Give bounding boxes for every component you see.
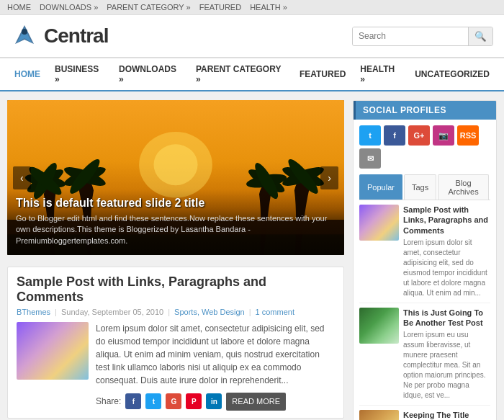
nav-business[interactable]: BUSINESS » — [48, 58, 112, 90]
sp-info-2: This is Just Going To Be Another Test Po… — [403, 308, 490, 401]
sidebar-tabs: Popular Tags Blog Archives — [359, 174, 490, 200]
search-button[interactable]: 🔍 — [468, 27, 492, 45]
logo-icon — [11, 22, 38, 50]
main-nav: HOME BUSINESS » DOWNLOADS » PARENT CATEG… — [0, 58, 504, 91]
slider-description: Go to Blogger edit html and find these s… — [16, 213, 336, 246]
popular-posts: Sample Post with Links, Paragraphs and C… — [359, 200, 490, 420]
social-rss[interactable]: RSS — [457, 125, 479, 146]
social-twitter[interactable]: t — [359, 125, 381, 146]
post-1-comments[interactable]: 1 comment — [256, 308, 294, 316]
social-facebook[interactable]: f — [384, 125, 405, 146]
slider-next-button[interactable]: › — [320, 166, 338, 189]
main-column: This is default featured slide 2 title G… — [7, 100, 344, 420]
post-1-thumbnail — [17, 322, 89, 380]
sp-thumb-1 — [359, 205, 399, 241]
post-1-author[interactable]: BThemes — [17, 308, 50, 316]
social-profiles-section: SOCIAL PROFILES t f G+ 📷 RSS ✉ Popular T… — [353, 100, 497, 420]
featured-slider: This is default featured slide 2 title G… — [7, 100, 344, 255]
topbar-downloads[interactable]: DOWNLOADS » — [40, 3, 98, 12]
nav-downloads[interactable]: DOWNLOADS » — [112, 58, 189, 90]
post-1-tags[interactable]: Sports, Web Design — [174, 308, 245, 316]
nav-uncategorized[interactable]: UNCATEGORIZED — [408, 63, 497, 85]
post-1-title[interactable]: Sample Post with Links, Paragraphs and C… — [17, 274, 335, 305]
sp-text-1: Lorem ipsum dolor sit amet, consectetur … — [403, 238, 490, 298]
topbar-home[interactable]: HOME — [7, 3, 31, 12]
post-1-content: Sample Post with Links, Paragraphs and C… — [8, 267, 343, 418]
post-1-thumb-img — [17, 322, 89, 380]
share-label: Share: — [96, 395, 121, 408]
sp-thumb-2 — [359, 308, 399, 344]
svg-point-5 — [153, 144, 197, 185]
topbar-featured[interactable]: FEATURED — [199, 3, 241, 12]
nav-parentcat[interactable]: PARENT CATEGORY » — [189, 58, 292, 90]
sp-title-1[interactable]: Sample Post with Links, Paragraphs and C… — [403, 205, 490, 236]
social-googleplus[interactable]: G+ — [408, 125, 430, 146]
post-1-share: Share: f t G P in READ MORE — [96, 393, 335, 411]
content-wrap: This is default featured slide 2 title G… — [0, 91, 504, 420]
sp-info-3: Keeping The Title Length Equal For Home … — [403, 410, 490, 420]
sidebar-post-3: Keeping The Title Length Equal For Home … — [359, 406, 490, 420]
sp-info-1: Sample Post with Links, Paragraphs and C… — [403, 205, 490, 298]
post-1-excerpt: Lorem ipsum dolor sit amet, consectetur … — [96, 322, 335, 411]
search-input[interactable] — [353, 27, 468, 45]
svg-point-2 — [22, 29, 27, 35]
social-instagram[interactable]: 📷 — [433, 125, 454, 146]
nav-featured[interactable]: FEATURED — [292, 63, 353, 85]
topbar-health[interactable]: HEALTH » — [250, 3, 287, 12]
post-1: Sample Post with Links, Paragraphs and C… — [7, 267, 344, 419]
slider-prev-button[interactable]: ‹ — [13, 166, 31, 189]
read-more-button[interactable]: READ MORE — [226, 393, 286, 411]
sidebar-post-1: Sample Post with Links, Paragraphs and C… — [359, 200, 490, 303]
slider-title: This is default featured slide 2 title — [16, 197, 336, 210]
sp-thumb-img-2 — [359, 308, 399, 344]
sidebar-post-2: This is Just Going To Be Another Test Po… — [359, 303, 490, 406]
nav-home[interactable]: HOME — [7, 63, 48, 85]
share-linkedin[interactable]: in — [206, 393, 222, 409]
share-twitter[interactable]: t — [145, 393, 161, 409]
logo-area: Central — [11, 22, 108, 50]
post-1-date: Sunday, September 05, 2010 — [61, 308, 163, 316]
share-facebook[interactable]: f — [125, 393, 141, 409]
logo-text: Central — [44, 24, 108, 48]
share-googleplus[interactable]: G — [166, 393, 181, 409]
social-email[interactable]: ✉ — [359, 148, 381, 169]
post-1-body: Lorem ipsum dolor sit amet, consectetur … — [17, 322, 335, 411]
sp-thumb-img-1 — [359, 205, 399, 241]
top-bar: HOME DOWNLOADS » PARENT CATEGORY » FEATU… — [0, 0, 504, 15]
share-pinterest[interactable]: P — [186, 393, 202, 409]
tab-archives[interactable]: Blog Archives — [438, 174, 489, 200]
sidebar: SOCIAL PROFILES t f G+ 📷 RSS ✉ Popular T… — [353, 100, 497, 420]
sp-title-3[interactable]: Keeping The Title Length Equal For Home — [403, 410, 490, 420]
sp-text-2: Lorem ipsum eu usu assum liberavisse, ut… — [403, 330, 490, 401]
search-box: 🔍 — [352, 27, 493, 46]
tab-popular[interactable]: Popular — [359, 174, 402, 200]
sp-thumb-img-3 — [359, 410, 399, 420]
social-profiles-header: SOCIAL PROFILES — [354, 101, 496, 120]
post-1-meta: BThemes | Sunday, September 05, 2010 | S… — [17, 308, 335, 316]
social-icons-row: t f G+ 📷 RSS ✉ — [359, 125, 490, 169]
sp-thumb-3 — [359, 410, 399, 420]
social-profiles-body: t f G+ 📷 RSS ✉ Popular Tags Blog Archive… — [354, 120, 496, 420]
header: Central 🔍 — [0, 15, 504, 58]
slider-overlay: This is default featured slide 2 title G… — [7, 189, 344, 255]
tab-tags[interactable]: Tags — [404, 174, 436, 200]
topbar-parentcat[interactable]: PARENT CATEGORY » — [107, 3, 190, 12]
sp-title-2[interactable]: This is Just Going To Be Another Test Po… — [403, 308, 490, 329]
nav-health[interactable]: HEALTH » — [353, 58, 408, 90]
